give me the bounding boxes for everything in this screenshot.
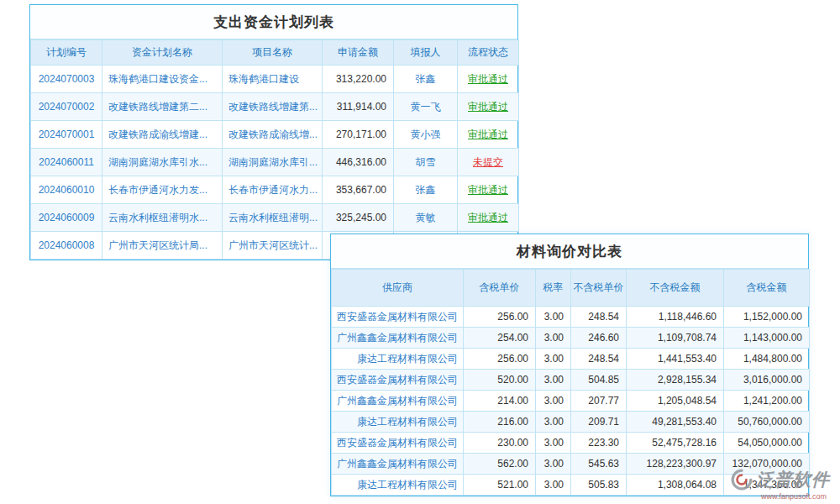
status-cell: 审批通过	[458, 121, 519, 149]
tax-amount-value: 1,241,200.00	[724, 391, 810, 412]
net-amount-value: 1,205,048.54	[627, 391, 724, 412]
fund-plan-name-link[interactable]: 改建铁路成渝线增建...	[102, 121, 223, 149]
status-cell: 审批通过	[458, 176, 519, 204]
tax-rate-value: 3.00	[536, 433, 571, 454]
plan-id-link[interactable]: 2024070002	[31, 93, 102, 121]
reporter-name: 黄一飞	[394, 93, 458, 121]
watermark-url: www.fanpusoft.com	[731, 492, 830, 501]
column-header-reporter: 填报人	[394, 40, 458, 66]
supplier-link[interactable]: 西安盛器金属材料有限公司	[332, 433, 464, 454]
project-name-link[interactable]: 珠海鹤港口建设	[223, 66, 323, 93]
material-table-header-row: 供应商 含税单价 税率 不含税单价 不含税金额 含税金额	[332, 270, 810, 307]
reporter-name: 胡雪	[394, 149, 458, 176]
tax-price-value: 256.00	[464, 307, 536, 328]
net-price-value: 545.63	[571, 454, 627, 475]
supplier-link[interactable]: 康达工程材料有限公司	[332, 412, 464, 433]
table-row: 2024070001 改建铁路成渝线增建... 改建铁路成渝线增... 270,…	[31, 121, 519, 149]
watermark-brand: 泛普软件	[756, 468, 830, 491]
apply-amount-value: 270,171.00	[323, 121, 394, 149]
fund-plan-name-link[interactable]: 湖南洞庭湖水库引水...	[102, 149, 223, 176]
net-price-value: 248.54	[571, 349, 627, 370]
column-header-net-price: 不含税单价	[571, 270, 627, 307]
project-name-link[interactable]: 改建铁路成渝线增...	[223, 121, 323, 149]
supplier-link[interactable]: 广州鑫鑫金属材料有限公司	[332, 454, 464, 475]
table-row: 2024070002 改建铁路线增建第二... 改建铁路线增建第... 311,…	[31, 93, 519, 121]
plan-id-link[interactable]: 2024070001	[31, 121, 102, 149]
table-row: 康达工程材料有限公司 256.00 3.00 248.54 1,441,553.…	[332, 349, 810, 370]
fund-plan-name-link[interactable]: 长春市伊通河水力发...	[102, 176, 223, 204]
tax-rate-value: 3.00	[536, 328, 571, 349]
status-link[interactable]: 审批通过	[468, 184, 508, 196]
status-link[interactable]: 审批通过	[468, 129, 508, 140]
fund-plan-name-link[interactable]: 广州市天河区统计局...	[102, 232, 223, 260]
column-header-net-amount: 不含税金额	[627, 270, 724, 307]
project-name-link[interactable]: 广州市天河区统计...	[223, 232, 323, 260]
material-inquiry-table-panel: 材料询价对比表 供应商 含税单价 税率 不含税单价 不含税金额 含税金额 西安盛…	[330, 234, 809, 496]
apply-amount-value: 446,316.00	[323, 149, 394, 176]
table-row: 广州鑫鑫金属材料有限公司 214.00 3.00 207.77 1,205,04…	[332, 391, 810, 412]
table-row: 西安盛器金属材料有限公司 520.00 3.00 504.85 2,928,15…	[332, 370, 810, 391]
column-header-project-name: 项目名称	[223, 40, 323, 66]
tax-rate-value: 3.00	[536, 475, 571, 496]
table-row: 西安盛器金属材料有限公司 256.00 3.00 248.54 1,118,44…	[332, 307, 810, 328]
plan-id-link[interactable]: 2024060010	[31, 176, 102, 204]
status-link[interactable]: 审批通过	[468, 101, 508, 113]
column-header-fund-plan-name: 资金计划名称	[102, 40, 223, 66]
tax-amount-value: 1,484,800.00	[724, 349, 810, 370]
column-header-plan-id: 计划编号	[31, 40, 102, 66]
supplier-link[interactable]: 康达工程材料有限公司	[332, 349, 464, 370]
table-row: 西安盛器金属材料有限公司 230.00 3.00 223.30 52,475,7…	[332, 433, 810, 454]
tax-price-value: 230.00	[464, 433, 536, 454]
net-price-value: 505.83	[571, 475, 627, 496]
tax-rate-value: 3.00	[536, 370, 571, 391]
apply-amount-value: 353,667.00	[323, 176, 394, 204]
status-link[interactable]: 审批通过	[468, 212, 508, 223]
fund-plan-name-link[interactable]: 珠海鹤港口建设资金...	[102, 66, 223, 93]
fund-table-header-row: 计划编号 资金计划名称 项目名称 申请金额 填报人 流程状态	[31, 40, 519, 66]
net-price-value: 223.30	[571, 433, 627, 454]
plan-id-link[interactable]: 2024060009	[31, 204, 102, 232]
fund-plan-table: 计划编号 资金计划名称 项目名称 申请金额 填报人 流程状态 202407000…	[30, 39, 519, 260]
tax-rate-value: 3.00	[536, 391, 571, 412]
column-header-tax-rate: 税率	[536, 270, 571, 307]
supplier-link[interactable]: 康达工程材料有限公司	[332, 475, 464, 496]
table-row: 2024060010 长春市伊通河水力发... 长春市伊通河水力... 353,…	[31, 176, 519, 204]
net-price-value: 246.60	[571, 328, 627, 349]
fund-plan-table-panel: 支出资金计划列表 计划编号 资金计划名称 项目名称 申请金额 填报人 流程状态 …	[29, 4, 518, 260]
tax-amount-value: 50,760,000.00	[724, 412, 810, 433]
material-inquiry-table: 供应商 含税单价 税率 不含税单价 不含税金额 含税金额 西安盛器金属材料有限公…	[331, 269, 810, 496]
plan-id-link[interactable]: 2024070003	[31, 66, 102, 93]
project-name-link[interactable]: 改建铁路线增建第...	[223, 93, 323, 121]
table-row: 2024070003 珠海鹤港口建设资金... 珠海鹤港口建设 313,220.…	[31, 66, 519, 93]
project-name-link[interactable]: 云南水利枢纽潜明...	[223, 204, 323, 232]
supplier-link[interactable]: 广州鑫鑫金属材料有限公司	[332, 328, 464, 349]
net-price-value: 209.71	[571, 412, 627, 433]
status-link[interactable]: 未提交	[473, 156, 503, 168]
reporter-name: 黄敏	[394, 204, 458, 232]
net-amount-value: 1,308,064.08	[627, 475, 724, 496]
plan-id-link[interactable]: 2024060008	[31, 232, 102, 260]
tax-amount-value: 54,050,000.00	[724, 433, 810, 454]
net-amount-value: 2,928,155.34	[627, 370, 724, 391]
status-link[interactable]: 审批通过	[468, 73, 508, 85]
project-name-link[interactable]: 湖南洞庭湖水库引...	[223, 149, 323, 176]
supplier-link[interactable]: 西安盛器金属材料有限公司	[332, 307, 464, 328]
fund-plan-name-link[interactable]: 改建铁路线增建第二...	[102, 93, 223, 121]
table-row: 康达工程材料有限公司 216.00 3.00 209.71 49,281,553…	[332, 412, 810, 433]
tax-rate-value: 3.00	[536, 307, 571, 328]
fund-table-title: 支出资金计划列表	[30, 5, 517, 39]
plan-id-link[interactable]: 2024060011	[31, 149, 102, 176]
apply-amount-value: 325,245.00	[323, 204, 394, 232]
tax-amount-value: 1,143,000.00	[724, 328, 810, 349]
column-header-status: 流程状态	[458, 40, 519, 66]
fund-plan-name-link[interactable]: 云南水利枢纽潜明水...	[102, 204, 223, 232]
net-amount-value: 52,475,728.16	[627, 433, 724, 454]
tax-rate-value: 3.00	[536, 349, 571, 370]
net-price-value: 504.85	[571, 370, 627, 391]
reporter-name: 黄小强	[394, 121, 458, 149]
supplier-link[interactable]: 西安盛器金属材料有限公司	[332, 370, 464, 391]
project-name-link[interactable]: 长春市伊通河水力...	[223, 176, 323, 204]
tax-rate-value: 3.00	[536, 412, 571, 433]
supplier-link[interactable]: 广州鑫鑫金属材料有限公司	[332, 391, 464, 412]
tax-price-value: 520.00	[464, 370, 536, 391]
